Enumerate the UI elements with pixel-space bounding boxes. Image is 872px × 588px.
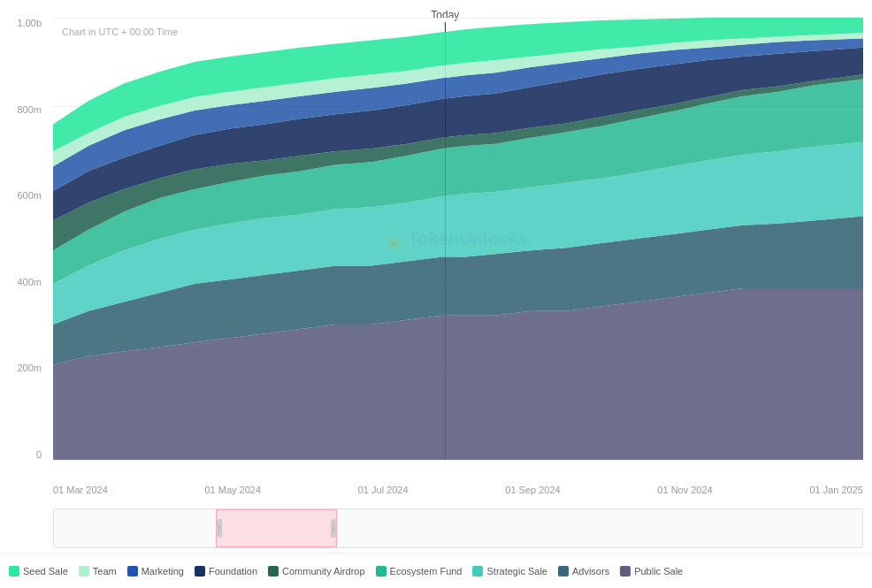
x-label-jul: 01 Jul 2024 (358, 485, 409, 495)
legend-label-ecosystem-fund: Ecosystem Fund (390, 566, 463, 577)
legend-color-marketing (127, 566, 138, 577)
minimap-handle-right[interactable]: ⋮ (331, 519, 336, 538)
legend-label-strategic-sale: Strategic Sale (486, 566, 547, 577)
chart-area: Today 1.00b 800m 600m 400m 200m 0 Chart … (0, 0, 872, 508)
legend-item-marketing: Marketing (127, 566, 184, 577)
y-label-400m: 400m (17, 277, 42, 287)
chart-container: Today 1.00b 800m 600m 400m 200m 0 Chart … (0, 0, 872, 588)
x-label-may: 01 May 2024 (204, 485, 261, 495)
minimap-selection: ⋮ ⋮ (216, 509, 337, 547)
legend-color-ecosystem-fund (376, 566, 386, 577)
legend-item-seed-sale: Seed Sale (9, 566, 68, 577)
legend-label-community-airdrop: Community Airdrop (282, 566, 365, 577)
y-label-0: 0 (36, 449, 42, 460)
legend: Seed Sale Team Marketing Foundation Comm… (0, 553, 872, 588)
legend-item-strategic-sale: Strategic Sale (472, 566, 547, 577)
legend-item-ecosystem-fund: Ecosystem Fund (376, 566, 463, 577)
legend-label-seed-sale: Seed Sale (23, 566, 68, 577)
x-label-sep: 01 Sep 2024 (505, 485, 560, 495)
stacked-chart: 🔒 TokenUnlocks. (53, 18, 863, 460)
x-axis: 01 Mar 2024 01 May 2024 01 Jul 2024 01 S… (53, 485, 863, 495)
legend-label-team: Team (93, 566, 117, 577)
y-label-800m: 800m (17, 104, 42, 115)
minimap-handle-left[interactable]: ⋮ (217, 519, 222, 538)
legend-item-advisors: Advisors (558, 566, 609, 577)
legend-label-marketing: Marketing (142, 566, 184, 577)
watermark: 🔒 TokenUnlocks. (384, 229, 533, 249)
legend-color-team (79, 566, 89, 577)
watermark-icon: 🔒 (384, 229, 403, 248)
grid-line-bottom (53, 460, 863, 461)
legend-item-foundation: Foundation (195, 566, 257, 577)
handle-left-dots: ⋮ (216, 524, 222, 532)
legend-color-seed-sale (9, 566, 19, 577)
y-axis: 1.00b 800m 600m 400m 200m 0 (0, 18, 49, 460)
y-label-1b: 1.00b (17, 18, 42, 28)
handle-right-dots: ⋮ (330, 524, 336, 532)
legend-item-community-airdrop: Community Airdrop (268, 566, 365, 577)
legend-color-advisors (558, 566, 569, 577)
y-label-600m: 600m (17, 190, 42, 201)
legend-label-advisors: Advisors (572, 566, 609, 577)
x-label-jan: 01 Jan 2025 (809, 485, 863, 495)
x-label-mar: 01 Mar 2024 (53, 485, 108, 495)
legend-label-public-sale: Public Sale (634, 566, 683, 577)
legend-item-team: Team (79, 566, 117, 577)
y-label-200m: 200m (17, 363, 42, 373)
legend-color-foundation (195, 566, 205, 577)
x-label-nov: 01 Nov 2024 (657, 485, 712, 495)
legend-item-public-sale: Public Sale (620, 566, 683, 577)
watermark-text: TokenUnlocks. (409, 229, 533, 249)
minimap[interactable]: ⋮ ⋮ (53, 508, 863, 548)
legend-label-foundation: Foundation (209, 566, 257, 577)
legend-color-strategic-sale (472, 566, 483, 577)
legend-color-community-airdrop (268, 566, 279, 577)
legend-color-public-sale (620, 566, 631, 577)
